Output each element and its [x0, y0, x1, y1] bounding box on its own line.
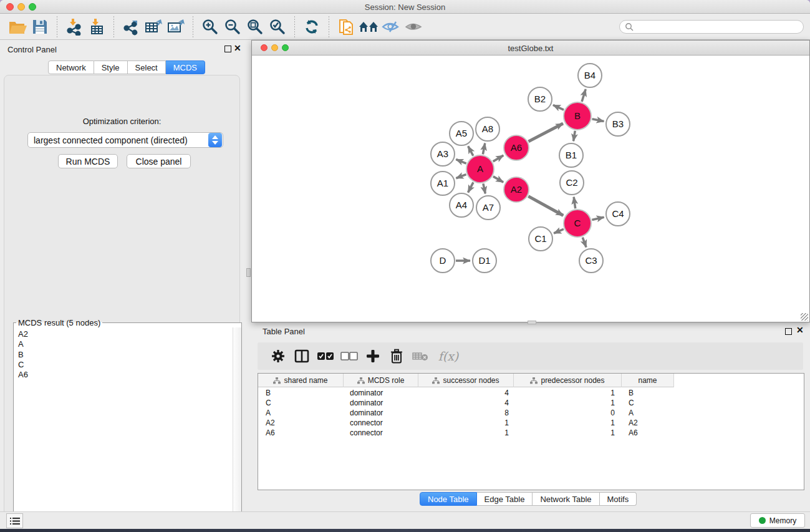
network-node-D[interactable]: D	[431, 249, 455, 273]
network-node-A5[interactable]: A5	[450, 122, 473, 145]
table-row[interactable]: Cdominator41C	[258, 399, 804, 409]
open-file-button[interactable]	[6, 16, 29, 37]
zoom-selected-button[interactable]	[266, 16, 289, 37]
new-network-from-selection-button[interactable]	[335, 16, 357, 37]
network-edge-C-C1[interactable]	[554, 229, 564, 233]
column-header-predecessor-nodes[interactable]: predecessor nodes	[514, 374, 622, 387]
network-node-C1[interactable]: C1	[529, 227, 552, 251]
column-header-shared-name[interactable]: shared name	[258, 374, 344, 387]
delete-table-button[interactable]	[411, 346, 430, 367]
table-row[interactable]: Bdominator41B	[258, 389, 804, 399]
network-edge-A-A3[interactable]	[456, 160, 466, 164]
network-node-B[interactable]: B	[564, 102, 591, 130]
network-node-B3[interactable]: B3	[606, 112, 630, 136]
network-node-B2[interactable]: B2	[528, 87, 552, 111]
import-table-button[interactable]	[85, 16, 108, 37]
network-node-C3[interactable]: C3	[579, 249, 603, 273]
network-node-B1[interactable]: B1	[559, 143, 583, 167]
create-column-button[interactable]	[364, 346, 382, 367]
search-input[interactable]	[619, 20, 804, 34]
deselect-all-columns-button[interactable]	[340, 346, 359, 367]
float-panel-button[interactable]	[224, 46, 231, 52]
zoom-in-button[interactable]	[199, 16, 221, 37]
task-history-button[interactable]	[6, 513, 23, 528]
function-builder-button[interactable]: f(x)	[435, 346, 462, 367]
import-network-button[interactable]	[63, 16, 85, 37]
zoom-fit-button[interactable]	[244, 16, 266, 37]
network-node-A6[interactable]: A6	[504, 135, 529, 160]
network-edge-A-A2[interactable]	[493, 177, 503, 182]
table-row[interactable]: A2connector11A2	[258, 418, 804, 428]
network-node-A[interactable]: A	[466, 155, 494, 183]
network-node-A1[interactable]: A1	[431, 172, 455, 195]
delete-column-button[interactable]	[387, 346, 406, 367]
show-homepage-button[interactable]	[357, 16, 380, 37]
export-table-button[interactable]	[142, 16, 165, 37]
panel-divider[interactable]	[244, 40, 251, 511]
tab-network[interactable]: Network	[48, 60, 94, 74]
criterion-dropdown[interactable]: largest connected component (directed)	[27, 132, 223, 148]
table-settings-button[interactable]	[269, 346, 287, 367]
network-edge-B-B2[interactable]	[553, 105, 564, 110]
tab-motifs[interactable]: Motifs	[600, 492, 637, 506]
tab-node-table[interactable]: Node Table	[420, 492, 477, 506]
hide-selected-button[interactable]	[380, 16, 402, 37]
tab-style[interactable]: Style	[94, 60, 128, 74]
export-image-button[interactable]	[165, 16, 187, 37]
network-edge-C-C3[interactable]	[582, 238, 586, 248]
mcds-result-item[interactable]: A2	[18, 329, 233, 339]
mcds-result-item[interactable]: C	[18, 360, 233, 370]
close-table-panel-button[interactable]: ✕	[796, 325, 804, 335]
mcds-result-item[interactable]: B	[18, 350, 233, 360]
save-session-button[interactable]	[29, 16, 51, 37]
network-edge-C-C2[interactable]	[574, 197, 576, 208]
resize-grip[interactable]	[801, 313, 808, 321]
tab-mcds[interactable]: MCDS	[166, 60, 205, 74]
float-table-panel-button[interactable]	[785, 328, 792, 335]
tab-edge-table[interactable]: Edge Table	[477, 492, 533, 506]
network-node-A2[interactable]: A2	[504, 177, 529, 202]
network-node-C2[interactable]: C2	[560, 171, 584, 195]
column-header-name[interactable]: name	[622, 374, 674, 387]
result-scrollbar[interactable]	[233, 327, 241, 529]
tab-select[interactable]: Select	[128, 60, 166, 74]
network-node-C[interactable]: C	[564, 210, 591, 237]
show-column-panel-button[interactable]	[292, 346, 311, 367]
run-mcds-button[interactable]: Run MCDS	[58, 154, 118, 168]
network-edge-B-B3[interactable]	[592, 119, 604, 122]
apply-style-refresh-button[interactable]	[301, 16, 323, 37]
network-edge-C-C4[interactable]	[592, 217, 604, 220]
zoom-out-button[interactable]	[221, 16, 244, 37]
network-edge-A-A4[interactable]	[468, 182, 473, 192]
show-all-button[interactable]	[402, 16, 425, 37]
network-node-A3[interactable]: A3	[431, 142, 455, 166]
close-panel-button[interactable]: Close panel	[127, 154, 191, 168]
network-node-A7[interactable]: A7	[476, 196, 500, 220]
network-edge-B-B1[interactable]	[574, 131, 576, 142]
export-network-button[interactable]	[120, 16, 142, 37]
select-all-columns-button[interactable]	[316, 346, 335, 367]
network-edge-A-A7[interactable]	[483, 183, 485, 193]
mcds-result-item[interactable]: A6	[18, 370, 233, 380]
tab-network-table[interactable]: Network Table	[533, 492, 599, 506]
network-node-C4[interactable]: C4	[606, 202, 630, 226]
network-edge-A6-B[interactable]	[529, 123, 563, 142]
table-row[interactable]: Adominator80A	[258, 409, 804, 418]
memory-button[interactable]: Memory	[750, 513, 805, 528]
close-panel-icon-button[interactable]: ✕	[234, 43, 241, 53]
network-edge-A-A5[interactable]	[468, 146, 473, 155]
network-edge-A-A6[interactable]	[493, 155, 504, 162]
column-header-successor-nodes[interactable]: successor nodes	[418, 374, 514, 387]
network-canvas[interactable]: ABCA6A2A5A8A3A1A4A7B2B4B3B1C2C4C1C3DD1	[253, 56, 809, 322]
network-edge-A-A8[interactable]	[483, 143, 485, 155]
network-node-A4[interactable]: A4	[450, 193, 473, 217]
node-table[interactable]: shared nameMCDS rolesuccessor nodesprede…	[258, 373, 804, 490]
network-node-A8[interactable]: A8	[476, 117, 499, 141]
divider-handle[interactable]	[246, 268, 251, 277]
column-header-MCDS-role[interactable]: MCDS role	[344, 374, 418, 387]
network-node-B4[interactable]: B4	[578, 64, 602, 87]
network-edge-A-A1[interactable]	[456, 175, 466, 178]
network-edge-A2-C[interactable]	[528, 196, 563, 216]
mcds-result-item[interactable]: A	[18, 339, 233, 349]
network-edge-B-B4[interactable]	[582, 89, 586, 102]
